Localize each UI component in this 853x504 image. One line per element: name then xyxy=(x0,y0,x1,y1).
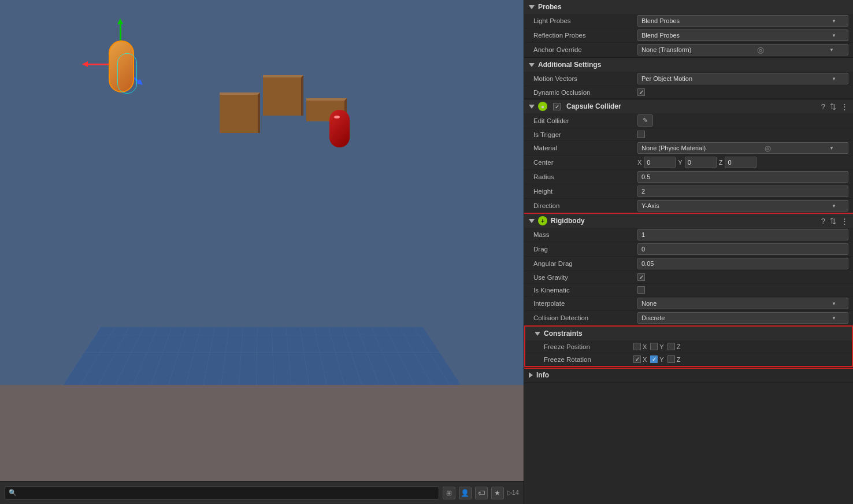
info-collapse-icon xyxy=(529,372,533,378)
center-x-input[interactable] xyxy=(644,157,676,168)
scene-view: 🔍 ⊞ 👤 🏷 ★ ▷14 xyxy=(0,0,524,504)
use-gravity-checkbox[interactable] xyxy=(637,273,645,281)
edit-collider-button[interactable]: ✎ xyxy=(637,114,653,127)
capsule-collapse-icon xyxy=(529,105,535,109)
reflection-probes-label: Reflection Probes xyxy=(533,32,637,39)
tag-button[interactable]: 🏷 xyxy=(475,487,488,499)
drag-row: Drag xyxy=(524,242,853,257)
radius-input[interactable] xyxy=(637,171,848,183)
is-trigger-row: Is Trigger xyxy=(524,128,853,141)
expand-button[interactable]: ⊞ xyxy=(443,487,455,499)
drag-label: Drag xyxy=(533,246,637,253)
center-y-input[interactable] xyxy=(685,157,717,168)
interpolate-dropdown[interactable]: None xyxy=(637,298,848,309)
info-section: Info xyxy=(524,368,853,383)
freeze-rotation-checkboxes: X Y Z xyxy=(633,355,680,363)
rigidbody-icon: + xyxy=(538,216,547,225)
is-trigger-checkbox[interactable] xyxy=(637,131,645,138)
capsule-enabled-checkbox[interactable] xyxy=(553,103,561,110)
capsule-header-icons: ? ⇅ ⋮ xyxy=(821,102,848,111)
capsule-more-icon[interactable]: ⋮ xyxy=(841,102,848,111)
dynamic-occlusion-row: Dynamic Occlusion xyxy=(524,86,853,99)
center-z-label: Z xyxy=(719,159,723,166)
edit-collider-row: Edit Collider ✎ xyxy=(524,113,853,128)
dynamic-occlusion-checkbox[interactable] xyxy=(637,88,645,96)
freeze-pos-z-group: Z xyxy=(667,343,681,350)
freeze-rot-x-checkbox[interactable] xyxy=(633,355,641,363)
constraints-collapse-icon xyxy=(535,332,540,336)
probes-collapse-icon xyxy=(529,5,535,9)
person-button[interactable]: 👤 xyxy=(459,487,472,499)
center-x-label: X xyxy=(637,159,641,166)
additional-settings-section: Additional Settings Motion Vectors Per O… xyxy=(524,58,853,99)
dynamic-occlusion-label: Dynamic Occlusion xyxy=(533,89,637,96)
edit-pencil-icon: ✎ xyxy=(643,117,648,124)
additional-settings-header[interactable]: Additional Settings xyxy=(524,58,853,72)
motion-vectors-dropdown[interactable]: Per Object Motion xyxy=(637,73,848,84)
height-label: Height xyxy=(533,188,637,195)
freeze-rot-x-label: X xyxy=(643,356,647,363)
use-gravity-row: Use Gravity xyxy=(524,271,853,284)
freeze-rot-z-checkbox[interactable] xyxy=(667,355,675,363)
edit-collider-label: Edit Collider xyxy=(533,117,637,124)
rigidbody-help-icon[interactable]: ? xyxy=(821,217,825,225)
box-2 xyxy=(263,75,303,116)
is-kinematic-label: Is Kinematic xyxy=(533,287,637,294)
freeze-pos-x-group: X xyxy=(633,343,647,350)
anchor-override-row: Anchor Override None (Transform) ◎ xyxy=(524,43,853,57)
rigidbody-more-icon[interactable]: ⋮ xyxy=(841,217,848,225)
additional-settings-collapse-icon xyxy=(529,63,535,67)
search-input[interactable] xyxy=(19,490,435,496)
freeze-rot-y-checkbox[interactable] xyxy=(650,355,658,363)
rigidbody-header[interactable]: + Rigidbody ? ⇅ ⋮ xyxy=(524,214,853,228)
motion-vectors-label: Motion Vectors xyxy=(533,75,637,82)
anchor-override-dropdown[interactable]: None (Transform) ◎ xyxy=(637,44,848,55)
drag-input[interactable] xyxy=(637,243,848,255)
constraints-header[interactable]: Constraints xyxy=(525,327,852,340)
search-icon: 🔍 xyxy=(9,489,17,496)
collision-detection-dropdown[interactable]: Discrete xyxy=(637,312,848,324)
star-button[interactable]: ★ xyxy=(491,487,504,499)
capsule-collider-icon: ● xyxy=(538,102,547,111)
angular-drag-input[interactable] xyxy=(637,258,848,269)
light-probes-dropdown[interactable]: Blend Probes xyxy=(637,15,848,27)
anchor-override-label: Anchor Override xyxy=(533,46,637,53)
capsule-object[interactable] xyxy=(104,35,139,98)
reflection-probes-dropdown[interactable]: Blend Probes xyxy=(637,29,848,41)
freeze-rotation-row: Freeze Rotation X Y Z xyxy=(525,353,852,366)
material-dropdown[interactable]: None (Physic Material) ◎ xyxy=(637,142,848,154)
info-header[interactable]: Info xyxy=(524,368,853,383)
constraints-title: Constraints xyxy=(544,329,847,338)
is-kinematic-checkbox[interactable] xyxy=(637,286,645,294)
rigidbody-sliders-icon[interactable]: ⇅ xyxy=(830,217,836,225)
search-box[interactable]: 🔍 xyxy=(5,486,439,500)
freeze-rot-y-label: Y xyxy=(659,356,663,363)
additional-settings-title: Additional Settings xyxy=(538,61,848,69)
is-kinematic-row: Is Kinematic xyxy=(524,284,853,297)
freeze-rot-y-group: Y xyxy=(650,355,663,363)
target-icon[interactable]: ◎ xyxy=(757,45,764,54)
scene-toolbar: 🔍 ⊞ 👤 🏷 ★ ▷14 xyxy=(0,481,524,504)
light-probes-row: Light Probes Blend Probes xyxy=(524,14,853,28)
radius-row: Radius xyxy=(524,170,853,184)
capsule-inner-ring xyxy=(117,53,137,94)
direction-dropdown[interactable]: Y-Axis xyxy=(637,200,848,212)
capsule-shape xyxy=(109,40,134,92)
mass-label: Mass xyxy=(533,231,637,238)
scene-canvas xyxy=(0,0,524,481)
info-title: Info xyxy=(536,371,848,379)
material-target-icon[interactable]: ◎ xyxy=(765,144,771,153)
freeze-pos-z-checkbox[interactable] xyxy=(667,343,675,350)
probes-header[interactable]: Probes xyxy=(524,0,853,14)
capsule-help-icon[interactable]: ? xyxy=(821,102,825,111)
capsule-sliders-icon[interactable]: ⇅ xyxy=(830,102,836,111)
freeze-pos-y-checkbox[interactable] xyxy=(650,343,658,350)
center-z-input[interactable] xyxy=(725,157,756,168)
center-row: Center X Y Z xyxy=(524,155,853,170)
freeze-pos-x-checkbox[interactable] xyxy=(633,343,641,350)
collision-detection-row: Collision Detection Discrete xyxy=(524,311,853,325)
mass-input[interactable] xyxy=(637,229,848,240)
center-xyz: X Y Z xyxy=(637,157,848,168)
height-input[interactable] xyxy=(637,186,848,197)
capsule-collider-header[interactable]: ● Capsule Collider ? ⇅ ⋮ xyxy=(524,99,853,113)
